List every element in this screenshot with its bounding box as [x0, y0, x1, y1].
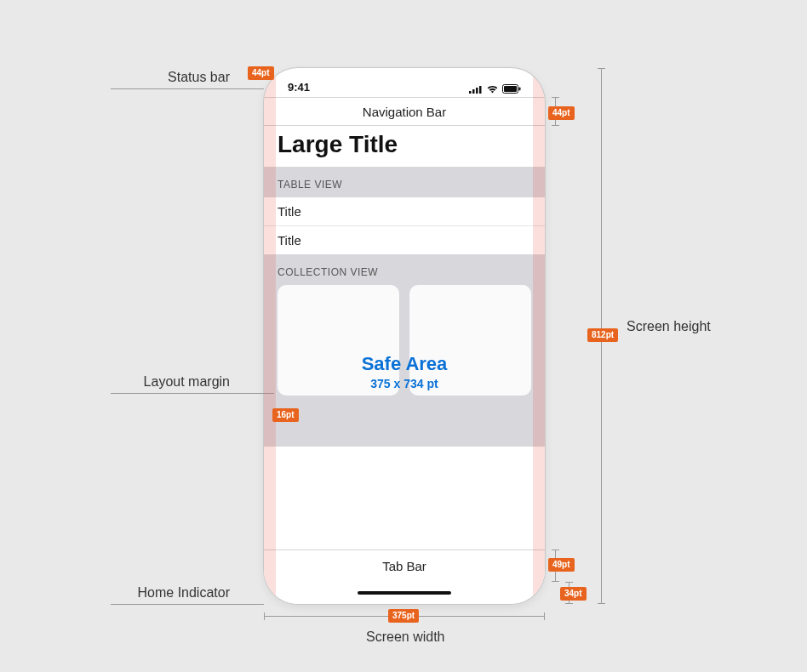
badge-screen-width: 375pt	[388, 609, 419, 623]
status-time: 9:41	[288, 81, 310, 94]
table-row[interactable]: Title	[264, 226, 545, 254]
collection-card[interactable]	[409, 285, 531, 396]
content-area: TABLE VIEW Title Title COLLECTION VIEW	[264, 167, 545, 447]
tab-bar: Tab Bar	[264, 550, 545, 582]
svg-rect-6	[519, 88, 521, 91]
layout-margin-right	[533, 68, 545, 604]
collection-card[interactable]	[278, 285, 399, 396]
table-row[interactable]: Title	[264, 197, 545, 226]
battery-icon	[502, 84, 521, 94]
svg-rect-3	[479, 86, 482, 94]
badge-nav-bar-height: 44pt	[548, 106, 575, 120]
annotation-home-indicator: Home Indicator	[111, 585, 230, 601]
navigation-bar: Navigation Bar	[264, 97, 545, 126]
home-indicator-pill[interactable]	[358, 591, 451, 595]
badge-tab-bar-height: 49pt	[548, 558, 575, 572]
phone-frame: 9:41 Navigation Bar Large Title TABLE VI…	[264, 68, 545, 604]
leader-status-bar	[111, 88, 264, 89]
navigation-bar-title: Navigation Bar	[363, 105, 446, 119]
annotation-status-bar: Status bar	[111, 70, 230, 85]
badge-status-bar-height: 44pt	[248, 66, 274, 80]
table-view-header: TABLE VIEW	[264, 167, 545, 197]
leader-home-indicator	[111, 604, 264, 605]
large-title: Large Title	[264, 126, 545, 167]
status-bar: 9:41	[264, 68, 545, 97]
leader-layout-margin	[111, 393, 274, 394]
cellular-icon	[469, 85, 483, 94]
collection-view	[264, 285, 545, 396]
annotation-layout-margin: Layout margin	[111, 374, 230, 390]
badge-layout-margin: 16pt	[272, 408, 299, 422]
annotation-screen-width: Screen width	[366, 629, 445, 645]
badge-screen-height: 812pt	[587, 328, 618, 342]
home-indicator-area	[264, 582, 545, 604]
svg-rect-5	[504, 86, 517, 92]
collection-view-header: COLLECTION VIEW	[264, 254, 545, 285]
wifi-icon	[486, 84, 499, 94]
svg-rect-0	[469, 91, 472, 94]
annotation-screen-height: Screen height	[627, 319, 712, 334]
badge-home-indicator-height: 34pt	[560, 587, 587, 601]
table-view: Title Title	[264, 197, 545, 254]
svg-rect-1	[472, 89, 475, 94]
status-icons	[469, 84, 521, 94]
tab-bar-title: Tab Bar	[382, 559, 426, 573]
svg-rect-2	[476, 88, 478, 94]
layout-margin-left	[264, 68, 276, 604]
